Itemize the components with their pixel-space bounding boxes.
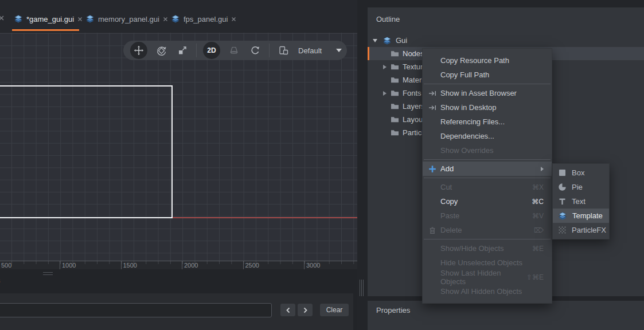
horizontal-ruler: 500 1000 1500 2000 2500 3000 [0,261,357,269]
tree-label: Fonts [403,89,421,97]
menu-separator [424,159,551,160]
tab-label: memory_panel.gui [98,15,159,23]
search-toolbar: Clear [0,293,353,330]
x-axis-line [172,217,357,218]
ruler-tick: 2000 [182,261,198,270]
folder-icon [391,62,399,71]
show-in-icon [428,89,440,97]
ruler-tick: 2500 [243,261,259,270]
gui-scene-icon [85,14,95,23]
menu-item-cut: Cut ⌘X [423,180,552,194]
trash-icon [428,226,440,234]
gui-scene-icon [383,36,392,45]
pie-icon [558,183,567,191]
gui-scene-icon [171,14,180,23]
gui-bounds-rect [0,85,173,218]
tree-label: Nodes [403,49,424,58]
toolbar-divider [269,44,270,57]
chevron-right-icon[interactable] [383,65,387,69]
tree-row-gui[interactable]: Gui [368,34,644,47]
next-result-button[interactable] [298,304,313,316]
2d-mode-button[interactable]: 2D [203,42,220,59]
menu-item-show-in-desktop[interactable]: Show in Desktop [423,100,552,115]
folder-icon [391,128,399,137]
ruler-tick: 500 [0,261,11,270]
folder-icon [391,115,399,124]
tab-memory-panel[interactable]: memory_panel.gui [85,11,168,26]
menu-item-referencing-files[interactable]: Referencing Files... [423,115,552,129]
2d-mode-label: 2D [207,46,216,54]
menu-item-show-in-asset-browser[interactable]: Show in Asset Browser [423,86,552,100]
outline-title: Outline [376,15,400,23]
menu-item-copy-full-path[interactable]: Copy Full Path [423,68,552,82]
rotate-tool-button[interactable] [154,43,169,58]
submenu-item-particlefx[interactable]: ParticleFX [553,223,609,237]
submenu-item-text[interactable]: Text [553,194,609,209]
device-simulation-button[interactable] [276,43,291,58]
add-submenu: Box Pie Text Template Part [552,163,610,239]
submenu-item-box[interactable]: Box [553,166,609,180]
submenu-arrow-icon [541,167,544,171]
viewport-toolbar: 2D Default [123,41,347,60]
properties-title: Properties [376,306,410,315]
vertical-splitter-handle[interactable] [360,280,364,296]
text-icon [558,197,567,206]
clear-button[interactable]: Clear [320,304,349,316]
box-icon [558,168,567,177]
submenu-item-pie[interactable]: Pie [553,180,609,194]
menu-separator [424,239,551,239]
scene-viewport[interactable]: 2D Default [0,33,357,261]
scale-tool-button[interactable] [175,43,190,58]
tab-label: *game_gui.gui [26,15,74,23]
menu-item-delete: Delete ⌦ [423,223,552,237]
reset-camera-button[interactable] [248,43,263,58]
menu-separator [424,84,551,84]
folder-icon [391,76,399,84]
tree-label: Gui [396,36,407,45]
chevron-down-icon[interactable] [373,39,377,42]
active-tab-indicator [12,29,79,31]
move-tool-button[interactable] [130,42,147,59]
menu-item-copy-resource-path[interactable]: Copy Resource Path [423,53,552,68]
tab-label: fps_panel.gui [184,15,228,23]
menu-item-show-overrides: Show Overrides [423,143,552,158]
close-icon[interactable] [77,17,83,22]
gui-scene-icon [14,14,23,23]
template-icon [558,211,567,221]
close-icon[interactable] [231,17,236,22]
chevron-down-icon[interactable] [336,49,342,52]
plus-icon [428,165,440,173]
folder-icon [391,102,399,111]
cropped-panel-label: s [0,276,1,285]
menu-item-add[interactable]: Add [423,162,552,176]
bottom-panel: s Clear [0,269,357,330]
tab-game-gui[interactable]: *game_gui.gui [14,11,83,26]
tab-fps-panel[interactable]: fps_panel.gui [171,11,236,26]
camera-profile-label: Default [298,46,322,55]
perspective-camera-button[interactable] [227,43,241,58]
close-icon[interactable] [163,17,168,22]
menu-item-show-all-hidden-objects: Show All Hidden Objects [423,284,552,298]
menu-separator [424,178,551,178]
chevron-right-icon[interactable] [383,91,387,96]
show-in-icon [428,104,440,112]
properties-panel: Properties [368,301,644,330]
toolbar-divider [196,44,197,57]
search-input[interactable] [0,303,272,317]
folder-icon [391,89,399,97]
ruler-tick: 3000 [304,261,320,270]
submenu-item-template[interactable]: Template [553,209,609,223]
close-icon[interactable] [0,15,5,21]
horizontal-splitter-handle[interactable] [43,272,53,275]
tab-bar: *game_gui.gui memory_panel.gui fps_pane [0,0,357,33]
particlefx-icon [558,226,567,234]
menu-item-show-last-hidden-objects: Show Last Hidden Objects ⇧⌘E [423,270,552,284]
folder-icon [391,49,399,58]
prev-result-button[interactable] [280,304,295,316]
menu-item-paste: Paste ⌘V [423,209,552,223]
context-menu: Copy Resource Path Copy Full Path Show i… [422,48,552,304]
ruler-tick: 1500 [121,261,137,270]
menu-item-copy[interactable]: Copy ⌘C [423,194,552,209]
menu-item-show-hide-objects: Show/Hide Objects ⌘E [423,241,552,256]
menu-item-dependencies[interactable]: Dependencies... [423,129,552,143]
